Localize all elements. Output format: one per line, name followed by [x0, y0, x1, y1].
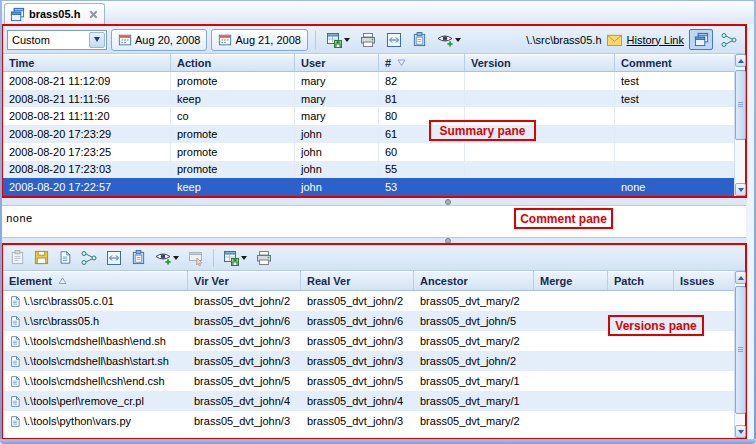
summary-pane: Custom Aug 20, 2008	[1, 24, 747, 198]
column-header-time[interactable]: Time	[3, 54, 171, 71]
cell-issues	[674, 291, 734, 311]
open-file-button[interactable]	[55, 247, 75, 269]
summary-table-row[interactable]: 2008-08-21 11:11:56 keep mary 81 test	[3, 90, 734, 108]
version-browser-button[interactable]	[718, 29, 740, 50]
save-report-icon	[326, 32, 342, 48]
show-add-filter-button[interactable]	[152, 247, 182, 269]
scroll-down-button[interactable]	[735, 425, 746, 438]
calendar-icon	[218, 33, 232, 47]
cell-issues	[674, 371, 734, 391]
cell-transaction: 81	[379, 90, 465, 108]
save-report-button[interactable]	[220, 247, 250, 269]
column-header-issues[interactable]: Issues	[674, 271, 734, 290]
print-button[interactable]	[357, 29, 379, 51]
clipboard-button[interactable]	[409, 29, 430, 51]
summary-table-row[interactable]: 2008-08-21 11:11:20 co mary 80	[3, 107, 734, 125]
scroll-up-button[interactable]	[735, 271, 746, 284]
versions-table-row[interactable]: \.\tools\cmdshell\csh\end.csh brass05_dv…	[3, 371, 734, 391]
cell-ancestor: brass05_dvt_mary/1	[414, 391, 534, 411]
versions-table-row[interactable]: \.\tools\perl\remove_cr.pl brass05_dvt_j…	[3, 391, 734, 411]
summary-scrollbar[interactable]	[734, 54, 745, 196]
cell-real-ver: brass05_dvt_john/2	[301, 291, 414, 311]
element-path: \.\src\brass05.h	[526, 34, 601, 46]
versions-scrollbar[interactable]	[734, 271, 745, 438]
printer-icon	[360, 32, 376, 48]
expand-table-icon	[386, 32, 402, 48]
dropdown-caret	[241, 256, 247, 260]
tab-brass05h[interactable]: brass05.h	[4, 3, 105, 24]
time-range-dropdown[interactable]: Custom	[7, 30, 107, 50]
cell-merge	[534, 331, 608, 351]
document-icon	[9, 335, 21, 348]
document-icon	[9, 315, 21, 328]
column-header-patch[interactable]: Patch	[608, 271, 674, 290]
column-header-action[interactable]: Action	[171, 54, 295, 71]
element-path: \.\src\brass05.h	[24, 315, 99, 327]
column-header-ancestor[interactable]: Ancestor	[414, 271, 534, 290]
column-header-merge[interactable]: Merge	[534, 271, 608, 290]
window-border-top	[0, 0, 756, 1]
clipboard-button[interactable]	[128, 247, 149, 269]
window-border-left	[0, 0, 2, 444]
column-header-version[interactable]: Version	[465, 54, 615, 71]
cell-element: \.\tools\cmdshell\bash\end.sh	[3, 331, 188, 351]
versions-table-row[interactable]: \.\tools\python\vars.py brass05_dvt_john…	[3, 411, 734, 431]
print-button[interactable]	[253, 247, 275, 269]
column-header-real-ver[interactable]: Real Ver	[301, 271, 414, 290]
summary-table-row[interactable]: 2008-08-20 17:23:03 promote john 55	[3, 161, 734, 179]
dropdown-arrow-button[interactable]	[89, 32, 105, 48]
show-add-filter-button[interactable]	[434, 29, 464, 51]
checkout-button-disabled[interactable]	[7, 247, 28, 269]
cell-time: 2008-08-20 17:23:03	[3, 161, 171, 179]
comment-pane[interactable]: none	[2, 205, 746, 238]
cell-merge	[534, 311, 608, 331]
document-icon	[9, 375, 21, 388]
envelope-icon[interactable]	[607, 33, 622, 46]
cell-action: promote	[171, 72, 295, 90]
cell-vir-ver: brass05_dvt_john/4	[188, 391, 301, 411]
cell-patch	[608, 411, 674, 431]
column-header-transaction[interactable]: #	[379, 54, 465, 71]
column-header-vir-ver[interactable]: Vir Ver	[188, 271, 301, 290]
summary-view-toggle-button[interactable]	[689, 29, 713, 50]
cell-real-ver: brass05_dvt_john/4	[301, 391, 414, 411]
start-date-button[interactable]: Aug 20, 2008	[111, 29, 207, 51]
cell-transaction: 53	[379, 178, 465, 196]
save-button[interactable]	[31, 247, 52, 269]
scrollbar-thumb[interactable]	[735, 70, 746, 140]
cell-comment: test	[615, 72, 734, 90]
cell-vir-ver: brass05_dvt_john/2	[188, 291, 301, 311]
scroll-up-button[interactable]	[735, 54, 746, 67]
summary-table-row[interactable]: 2008-08-20 17:23:25 promote john 60	[3, 143, 734, 161]
cell-merge	[534, 351, 608, 371]
tab-close-icon[interactable]	[88, 9, 99, 20]
cell-element: \.\tools\cmdshell\csh\end.csh	[3, 371, 188, 391]
scroll-down-button[interactable]	[735, 183, 746, 196]
properties-button-disabled[interactable]	[185, 247, 207, 269]
document-icon	[9, 355, 21, 368]
column-header-element[interactable]: Element	[3, 271, 188, 290]
cell-issues	[674, 351, 734, 371]
summary-table-row[interactable]: 2008-08-20 17:23:29 promote john 61	[3, 125, 734, 143]
expand-table-button[interactable]	[383, 29, 405, 51]
version-browser-button[interactable]	[78, 247, 100, 269]
cell-transaction: 60	[379, 143, 465, 161]
summary-table-row[interactable]: 2008-08-21 11:12:09 promote mary 82 test	[3, 72, 734, 90]
cell-user: john	[295, 143, 379, 161]
history-link[interactable]: History Link	[627, 34, 684, 46]
cell-patch	[608, 291, 674, 311]
column-header-comment[interactable]: Comment	[615, 54, 734, 71]
summary-comment-splitter[interactable]	[1, 198, 747, 205]
scrollbar-thumb[interactable]	[735, 286, 746, 414]
summary-table-row[interactable]: 2008-08-20 17:22:57 keep john 53 none	[3, 178, 734, 196]
cell-element: \.\tools\perl\remove_cr.pl	[3, 391, 188, 411]
versions-table-row[interactable]: \.\src\brass05.c.01 brass05_dvt_john/2 b…	[3, 291, 734, 311]
cell-patch	[608, 391, 674, 411]
column-header-user[interactable]: User	[295, 54, 379, 71]
expand-table-button[interactable]	[103, 247, 125, 269]
cell-version	[465, 90, 615, 108]
cell-vir-ver: brass05_dvt_john/5	[188, 371, 301, 391]
save-report-button[interactable]	[323, 29, 353, 51]
end-date-button[interactable]: Aug 21, 2008	[211, 29, 307, 51]
versions-table-row[interactable]: \.\tools\cmdshell\bash\start.sh brass05_…	[3, 351, 734, 371]
